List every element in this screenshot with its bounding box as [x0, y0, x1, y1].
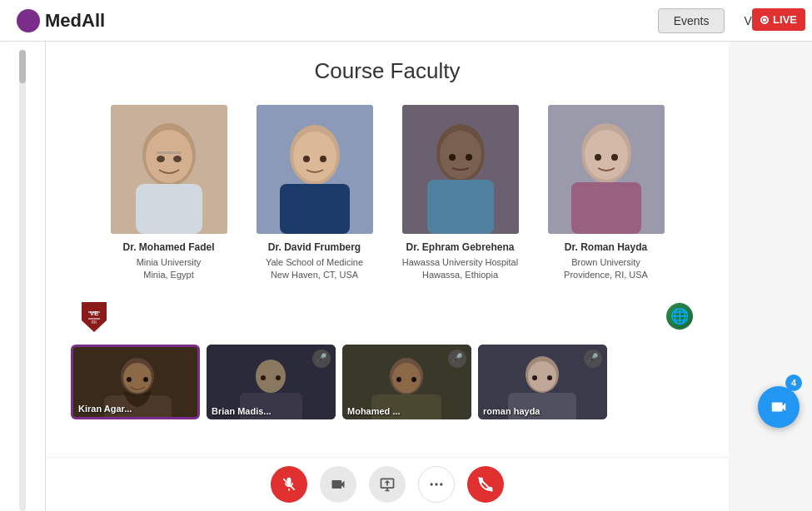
- badges-row: VE RI 🌐: [71, 303, 704, 332]
- svg-point-37: [256, 360, 286, 393]
- faculty-card-4: Dr. Roman Hayda Brown University Provide…: [541, 105, 670, 282]
- logo-icon: [17, 9, 40, 32]
- live-label: LIVE: [773, 13, 797, 26]
- svg-rect-3: [136, 184, 202, 234]
- svg-point-55: [435, 483, 437, 485]
- svg-rect-17: [427, 180, 494, 234]
- faculty-photo-2: [257, 105, 373, 234]
- video-tiles: Kiran Agar... 🎤 Brian Madis...: [71, 345, 704, 424]
- course-faculty-title: Course Faculty: [71, 58, 704, 84]
- svg-point-43: [392, 363, 421, 393]
- svg-point-34: [127, 377, 132, 382]
- faculty-photo-4: [548, 105, 665, 234]
- video-tile-3[interactable]: 🎤 Mohamed ...: [342, 345, 471, 419]
- svg-point-19: [466, 154, 472, 161]
- svg-point-13: [320, 156, 326, 162]
- faculty-face-svg-1: [111, 105, 227, 234]
- more-icon: [428, 476, 445, 493]
- header: MedAll Events Videos: [0, 0, 812, 42]
- faculty-card-2: Dr. David Frumberg Yale School of Medici…: [250, 105, 379, 282]
- svg-point-40: [276, 375, 281, 380]
- faculty-name-4: Dr. Roman Hayda: [565, 241, 647, 255]
- svg-point-18: [449, 154, 456, 161]
- svg-point-5: [173, 156, 182, 162]
- harvard-badge: VE RI: [79, 303, 108, 332]
- add-video-button[interactable]: [758, 386, 800, 428]
- end-call-button[interactable]: [467, 466, 504, 503]
- add-video-icon: [770, 398, 788, 416]
- logo-text: MedAll: [45, 10, 105, 32]
- svg-point-2: [146, 130, 192, 183]
- scrollbar-thumb[interactable]: [19, 50, 26, 83]
- tile-name-2: Brian Madis...: [212, 406, 271, 416]
- camera-icon: [330, 476, 346, 493]
- end-call-icon: [476, 475, 495, 494]
- svg-point-46: [411, 377, 416, 382]
- faculty-face-svg-2: [257, 105, 373, 234]
- tile-name-3: Mohamed ...: [347, 406, 401, 416]
- tile-name-4: roman hayda: [483, 406, 540, 416]
- tile-mute-4: 🎤: [584, 350, 602, 368]
- main-container: Course Faculty: [0, 42, 812, 511]
- globe-badge: 🌐: [666, 303, 695, 332]
- logo: MedAll: [17, 9, 105, 32]
- svg-point-35: [143, 377, 148, 382]
- screen-share-button[interactable]: [369, 466, 406, 503]
- svg-point-24: [595, 154, 601, 161]
- mute-icon: [281, 476, 297, 493]
- tile-mute-3: 🎤: [448, 350, 466, 368]
- faculty-card-1: Dr. Mohamed Fadel Minia University Minia…: [104, 105, 233, 282]
- bottom-controls: [46, 457, 729, 511]
- faculty-institution-4: Brown University Providence, RI, USA: [564, 256, 648, 282]
- svg-point-10: [293, 131, 336, 181]
- scrollbar-track[interactable]: [19, 50, 26, 511]
- svg-rect-23: [571, 182, 641, 234]
- faculty-institution-1: Minia University Minia, Egypt: [137, 256, 202, 282]
- faculty-institution-2: Yale School of Medicine New Haven, CT, U…: [266, 256, 363, 282]
- camera-button[interactable]: [320, 466, 356, 503]
- svg-point-39: [261, 375, 266, 380]
- right-panel: 4: [729, 42, 812, 511]
- svg-point-4: [157, 156, 165, 162]
- svg-point-52: [547, 375, 552, 380]
- content-area: Course Faculty: [46, 42, 729, 511]
- faculty-card-3: Dr. Ephram Gebrehena Hawassa University …: [396, 105, 525, 282]
- svg-point-54: [431, 483, 433, 485]
- svg-point-56: [440, 483, 442, 485]
- svg-point-22: [585, 130, 628, 180]
- screen-share-icon: [379, 476, 396, 493]
- faculty-grid: Dr. Mohamed Fadel Minia University Minia…: [71, 105, 704, 282]
- svg-point-25: [611, 154, 618, 161]
- mute-button[interactable]: [271, 466, 307, 503]
- faculty-photo-1: [111, 105, 227, 234]
- more-button[interactable]: [418, 466, 455, 503]
- svg-rect-7: [168, 151, 182, 154]
- video-tile-2[interactable]: 🎤 Brian Madis...: [207, 345, 336, 419]
- svg-point-45: [396, 377, 401, 382]
- faculty-name-3: Dr. Ephram Gebrehena: [406, 241, 514, 255]
- svg-rect-11: [280, 184, 350, 234]
- svg-point-12: [303, 156, 310, 162]
- events-button[interactable]: Events: [658, 8, 725, 33]
- sidebar: [0, 42, 46, 511]
- live-badge: LIVE: [752, 8, 805, 31]
- harvard-shield-icon: VE RI: [82, 302, 107, 332]
- faculty-name-2: Dr. David Frumberg: [268, 241, 361, 255]
- participant-count: 4: [785, 375, 802, 391]
- video-tile-1[interactable]: Kiran Agar...: [71, 345, 200, 419]
- live-dot-icon: [760, 16, 769, 24]
- svg-point-49: [528, 361, 556, 391]
- tile-mute-2: 🎤: [312, 350, 331, 368]
- video-tile-4[interactable]: 🎤 roman hayda: [478, 345, 607, 419]
- faculty-face-svg-4: [548, 105, 665, 234]
- globe-icon: 🌐: [666, 303, 693, 330]
- svg-text:VE: VE: [89, 310, 98, 317]
- svg-point-51: [532, 375, 537, 380]
- tile-name-1: Kiran Agar...: [78, 404, 132, 414]
- faculty-institution-3: Hawassa University Hospital Hawassa, Eth…: [402, 256, 518, 282]
- faculty-name-1: Dr. Mohamed Fadel: [122, 241, 214, 255]
- faculty-photo-3: [402, 105, 519, 234]
- svg-text:RI: RI: [92, 320, 97, 325]
- faculty-face-svg-3: [402, 105, 519, 234]
- svg-point-16: [440, 131, 481, 179]
